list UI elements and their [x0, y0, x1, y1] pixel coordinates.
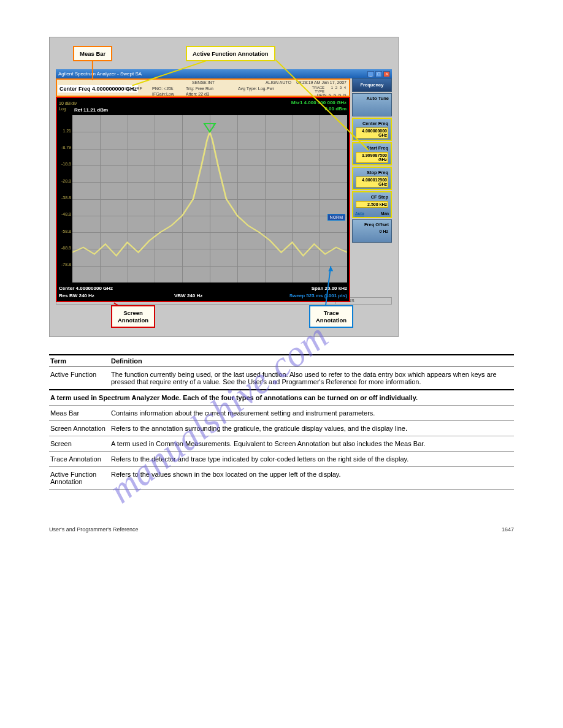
term-cell: Active Function Annotation — [49, 467, 110, 490]
maximize-button[interactable]: □ — [375, 71, 382, 77]
spectrum-plot: 10 dB/div Log Ref 11.21 dBm Mkr1 4.000 0… — [56, 97, 350, 302]
def-cell: The function currently being used, or th… — [110, 367, 514, 390]
callout-screen-annotation: ScreenAnnotation — [111, 305, 155, 328]
term-cell: Meas Bar — [49, 406, 110, 421]
definitions-table: TermDefinition Active FunctionThe functi… — [49, 354, 514, 490]
softkey-value: 3.999987500 GHz — [356, 152, 388, 163]
term-cell: Trace Annotation — [49, 452, 110, 467]
graticule: 1.21 -8.79 -18.8 -28.8 -38.8 -48.8 -58.8… — [72, 115, 347, 282]
man-mode: Man — [381, 211, 389, 216]
term-cell: Active Function — [49, 367, 110, 390]
th-term: Term — [49, 355, 110, 367]
softkey-freq-offset[interactable]: Freq Offset0 Hz — [352, 219, 392, 243]
y-label-0: 1.21 — [59, 129, 71, 133]
callout-active-function: Active Function Annotation — [186, 46, 275, 61]
app-title: Agilent Spectrum Analyzer - Swept SA — [58, 71, 142, 77]
softkey-cf-step[interactable]: CF Step2.500 kHzAutoMan — [352, 191, 392, 218]
meas-bar: Center Freq 4.000000000 GHz SENSE:INT AL… — [56, 78, 350, 97]
softkey-label: Start Freq — [367, 145, 388, 151]
trace-numbers: 1 2 3 4 — [331, 86, 347, 89]
softkey-value: 0 Hz — [355, 229, 389, 234]
callout-text: TraceAnnotation — [316, 309, 347, 323]
marker-label: 1 — [212, 124, 215, 128]
softkey-label: CF Step — [371, 194, 388, 200]
section-cell: A term used in Spectrum Analyzer Mode. E… — [49, 390, 514, 406]
marker-freq: Mkr1 4.000 000 000 GHz — [291, 100, 347, 105]
plot-status-1: Center 4.00000000 GHz Span 25.00 kHz — [59, 286, 347, 291]
log-label: Log — [59, 107, 66, 111]
softkey-center-freq[interactable]: Center Freq4.000000000 GHz — [352, 118, 392, 141]
y-label-3: -28.8 — [59, 179, 71, 183]
window-controls: _ □ × — [367, 71, 390, 77]
sweep-status: Sweep 523 ms (1001 pts) — [289, 293, 347, 298]
y-label-8: -78.8 — [59, 262, 71, 267]
y-label-6: -58.8 — [59, 229, 71, 233]
def-cell: Refers to the annotation surrounding the… — [110, 421, 514, 436]
footer-title: User's and Programmer's Reference — [49, 526, 139, 533]
softkey-label: Center Freq — [362, 121, 388, 126]
y-label-2: -18.8 — [59, 162, 71, 166]
auto-mode: Auto — [355, 211, 364, 216]
atten-text: Atten: 22 dB — [186, 92, 210, 96]
softkey-auto-tune[interactable]: Auto Tune — [352, 93, 392, 116]
softkey-label: Auto Tune — [366, 96, 389, 101]
trig-text: Trig: Free Run — [186, 86, 213, 91]
softkey-value: 4.000000000 GHz — [356, 127, 388, 138]
y-label-5: -48.8 — [59, 212, 71, 216]
avg-text: Avg Type: Log-Pwr — [238, 86, 274, 91]
center-freq-status: Center 4.00000000 GHz — [59, 286, 113, 291]
softkey-stop-freq[interactable]: Stop Freq4.000012500 GHz — [352, 167, 392, 190]
def-cell: Contains information about the current m… — [110, 406, 514, 421]
softkey-label: Freq Offset — [364, 222, 389, 227]
marker-amplitude: 0.00 dBm — [324, 106, 347, 112]
vbw-status: VBW 240 Hz — [174, 293, 202, 298]
span-status: Span 25.00 kHz — [312, 286, 347, 291]
det-values: N N N N N — [324, 93, 347, 97]
softkey-value: 4.000012500 GHz — [356, 176, 388, 188]
def-cell: Refers to the detector and trace type in… — [110, 452, 514, 467]
page-number: 1647 — [502, 526, 514, 533]
softkey-label: Stop Freq — [367, 170, 388, 175]
clock-text: 09:28:19 AM Jan 17, 2007 — [296, 80, 347, 85]
input-text: Input: RF — [124, 86, 142, 91]
softkey-header: Frequency — [352, 78, 392, 92]
y-label-7: -68.8 — [59, 246, 71, 250]
ref-level: Ref 11.21 dBm — [74, 107, 108, 113]
softkey-start-freq[interactable]: Start Freq3.999987500 GHz — [352, 142, 392, 165]
db-per-div: 10 dB/div — [59, 101, 77, 105]
term-cell: Screen — [49, 436, 110, 452]
pno-text: PNO: <20k — [152, 86, 173, 91]
plot-status-2: Res BW 240 Hz VBW 240 Hz Sweep 523 ms (1… — [59, 293, 347, 298]
align-indicator: ALIGN AUTO — [266, 80, 291, 85]
callout-trace-annotation: TraceAnnotation — [309, 305, 353, 328]
y-label-4: -38.8 — [59, 195, 71, 200]
th-definition: Definition — [110, 355, 514, 367]
window-titlebar: Agilent Spectrum Analyzer - Swept SA _ □… — [56, 69, 392, 78]
sense-indicator: SENSE:INT — [192, 80, 215, 85]
softkey-panel: Frequency Auto Tune Center Freq4.0000000… — [352, 78, 392, 244]
page-footer: User's and Programmer's Reference 1647 — [49, 526, 514, 533]
softkey-value: 2.500 kHz — [356, 201, 388, 208]
term-cell: Screen Annotation — [49, 421, 110, 436]
minimize-button[interactable]: _ — [367, 71, 374, 77]
resbw-status: Res BW 240 Hz — [59, 293, 94, 298]
callout-text: ScreenAnnotation — [118, 309, 148, 323]
y-label-1: -8.79 — [59, 145, 71, 150]
screenshot-figure: Meas Bar Active Function Annotation Agil… — [49, 37, 399, 337]
close-button[interactable]: × — [383, 71, 390, 77]
ifgain-text: IFGain:Low — [152, 92, 174, 96]
def-cell: Refers to the values shown in the box lo… — [110, 467, 514, 490]
def-cell: A term used in Common Measurements. Equi… — [110, 436, 514, 452]
callout-meas-bar: Meas Bar — [73, 46, 112, 61]
